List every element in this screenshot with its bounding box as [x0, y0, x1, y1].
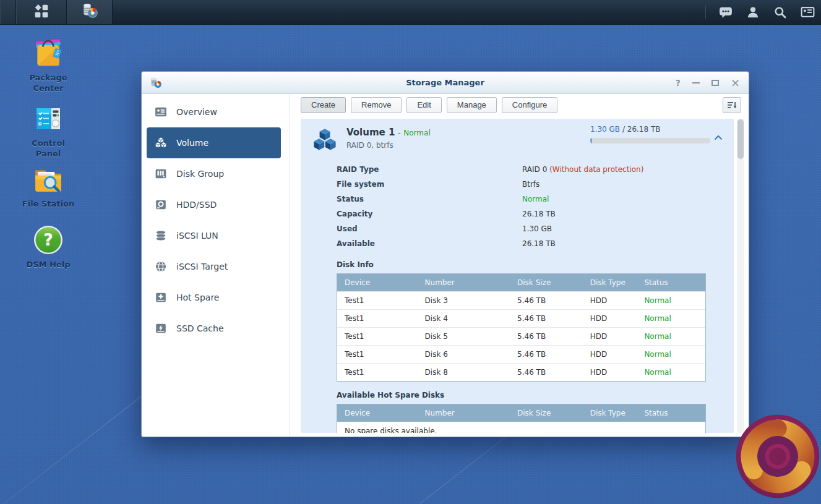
- file-station-icon: [19, 162, 78, 195]
- detail-row: Available 26.18 TB: [337, 236, 734, 251]
- sidebar-item-ssd-cache[interactable]: SSD Cache: [142, 313, 290, 344]
- detail-row: RAID Type RAID 0 (Without data protectio…: [337, 162, 734, 177]
- shortcut-label: Package Center: [19, 73, 78, 93]
- sidebar-item-label: iSCSI Target: [176, 262, 228, 271]
- sidebar-item-label: Volume: [176, 138, 208, 148]
- collapse-list-icon: [728, 101, 737, 109]
- manage-button[interactable]: Manage: [447, 97, 497, 113]
- person-icon: [746, 6, 760, 19]
- detail-row: Used 1.30 GB: [337, 221, 734, 236]
- usage-bar: [590, 138, 710, 143]
- volume-status: Normal: [403, 129, 430, 137]
- detail-row: Capacity 26.18 TB: [337, 207, 734, 221]
- notifications-button[interactable]: [712, 0, 739, 24]
- volume-name: Volume 1: [346, 127, 395, 138]
- disk-group-icon: [155, 168, 167, 180]
- status-value: Normal: [522, 192, 549, 207]
- sidebar-item-label: Disk Group: [176, 169, 224, 179]
- edit-button[interactable]: Edit: [406, 97, 441, 113]
- volume-panel: Volume 1 - Normal RAID 0, btrfs 1.30 GB …: [301, 119, 734, 433]
- detail-row: File system Btrfs: [337, 177, 734, 192]
- control-panel-icon: [19, 103, 78, 135]
- sidebar-item-volume[interactable]: Volume: [147, 127, 281, 158]
- collapse-all-button[interactable]: [723, 97, 741, 113]
- hot-spare-title: Available Hot Spare Disks: [337, 391, 734, 399]
- dsm-help-icon: ?: [19, 224, 78, 256]
- configure-button[interactable]: Configure: [502, 97, 557, 113]
- empty-message: No spare disks available.: [337, 422, 705, 433]
- close-button[interactable]: ×: [731, 78, 740, 88]
- sidebar-item-iscsi-target[interactable]: iSCSI Target: [142, 251, 290, 282]
- shortcut-package-center[interactable]: Package Center: [19, 36, 78, 93]
- overview-icon: [155, 106, 167, 118]
- volume-subtitle: RAID 0, btrfs: [346, 141, 431, 150]
- total-space: 26.18 TB: [627, 125, 661, 134]
- used-space: 1.30 GB: [590, 125, 620, 134]
- sidebar-item-hdd-ssd[interactable]: HDD/SSD: [142, 189, 290, 220]
- sidebar-item-overview[interactable]: Overview: [142, 96, 290, 127]
- taskbar: [0, 0, 821, 25]
- shortcut-label: DSM Help: [19, 260, 78, 270]
- table-header: Device Number Disk Size Disk Type Status: [337, 274, 705, 291]
- sidebar: Overview: [142, 94, 290, 437]
- table-row[interactable]: Test1 Disk 3 5.46 TB HDD Normal: [337, 291, 705, 309]
- volume-usage: 1.30 GB / 26.18 TB: [590, 125, 710, 143]
- hdd-ssd-icon: [155, 199, 167, 211]
- scrollbar-thumb[interactable]: [737, 119, 744, 159]
- storage-manager-icon: [150, 77, 162, 92]
- table-row[interactable]: Test1 Disk 8 5.46 TB HDD Normal: [337, 363, 705, 381]
- shortcut-dsm-help[interactable]: ? DSM Help: [19, 224, 78, 270]
- hot-spare-table: Device Number Disk Size Disk Type Status…: [337, 404, 706, 433]
- sidebar-item-iscsi-lun[interactable]: iSCSI LUN: [142, 220, 290, 251]
- storage-manager-icon: [82, 2, 98, 22]
- iscsi-lun-icon: [155, 229, 167, 242]
- detail-row: Status Normal: [337, 192, 734, 207]
- magnifier-icon: [773, 6, 787, 19]
- main-menu-button[interactable]: [16, 0, 67, 24]
- volume-details: RAID Type RAID 0 (Without data protectio…: [337, 162, 734, 251]
- shortcut-label: File Station: [19, 199, 78, 210]
- sidebar-item-label: Hot Spare: [176, 293, 219, 302]
- window-title: Storage Manager: [406, 78, 484, 87]
- shortcut-file-station[interactable]: File Station: [19, 162, 78, 210]
- user-button[interactable]: [739, 0, 767, 24]
- shortcut-control-panel[interactable]: Control Panel: [19, 103, 78, 159]
- svg-text:?: ?: [43, 230, 53, 249]
- iscsi-target-icon: [155, 260, 167, 273]
- minimize-button[interactable]: [692, 78, 700, 88]
- shortcut-label: Control Panel: [19, 139, 78, 159]
- widgets-icon: [801, 5, 815, 19]
- disk-info-title: Disk Info: [337, 260, 734, 269]
- scrollbar[interactable]: [737, 119, 744, 433]
- disk-info-table: Device Number Disk Size Disk Type Status…: [337, 273, 706, 382]
- sidebar-item-hot-spare[interactable]: Hot Spare: [142, 282, 290, 313]
- show-desktop-button[interactable]: [0, 0, 16, 24]
- sidebar-item-disk-group[interactable]: Disk Group: [142, 158, 290, 189]
- help-button[interactable]: ?: [676, 78, 681, 88]
- volume-cubes-icon: [155, 137, 167, 149]
- titlebar[interactable]: Storage Manager ? ×: [142, 72, 749, 94]
- chat-bubble-icon: [719, 6, 733, 19]
- sidebar-item-label: SSD Cache: [176, 323, 224, 333]
- storage-manager-taskbar-button[interactable]: [67, 0, 113, 24]
- sidebar-item-label: iSCSI LUN: [176, 231, 218, 241]
- search-button[interactable]: [767, 0, 794, 24]
- sidebar-item-label: HDD/SSD: [176, 200, 217, 210]
- table-header: Device Number Disk Size Disk Type Status: [337, 404, 705, 422]
- chevron-up-icon: [714, 135, 723, 140]
- collapse-panel-button[interactable]: [714, 131, 723, 143]
- maximize-button[interactable]: [711, 78, 719, 88]
- table-row[interactable]: Test1 Disk 5 5.46 TB HDD Normal: [337, 327, 705, 345]
- table-row[interactable]: Test1 Disk 6 5.46 TB HDD Normal: [337, 345, 705, 363]
- volume-panel-icon: [312, 127, 338, 153]
- raid-warning: (Without data protection): [549, 165, 643, 174]
- table-row[interactable]: Test1 Disk 4 5.46 TB HDD Normal: [337, 309, 705, 327]
- create-button[interactable]: Create: [301, 97, 346, 113]
- package-center-icon: [19, 36, 78, 69]
- remove-button[interactable]: Remove: [351, 97, 402, 113]
- storage-manager-window: Storage Manager ? × Overview: [141, 71, 749, 437]
- hot-spare-icon: [155, 291, 167, 304]
- widgets-button[interactable]: [794, 0, 821, 24]
- ssd-cache-icon: [155, 322, 167, 335]
- grid-icon: [33, 3, 49, 22]
